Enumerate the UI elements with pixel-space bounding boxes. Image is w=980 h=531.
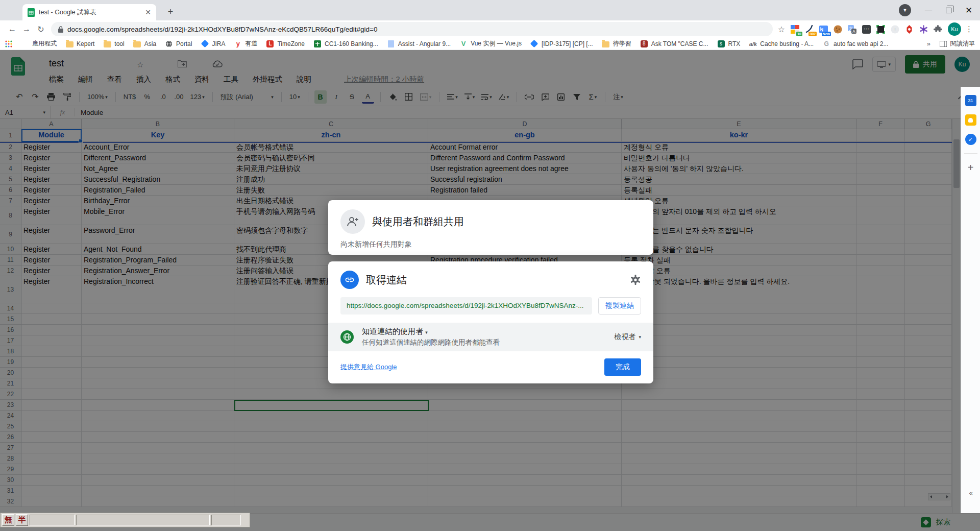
- tab-title: test - Google 試算表: [39, 8, 141, 17]
- lock-icon: [58, 26, 63, 33]
- ak-icon: a/k: [749, 40, 757, 48]
- timezone-icon: L: [266, 40, 274, 48]
- bookmark-item[interactable]: 應用程式: [21, 39, 57, 48]
- public-globe-icon: [340, 330, 354, 344]
- ime-panel: [76, 515, 210, 525]
- folder-icon: [65, 40, 74, 48]
- tasks-icon[interactable]: ✓: [965, 134, 976, 145]
- ext-purple-flower-icon[interactable]: [919, 25, 928, 34]
- bookmark-item[interactable]: tool: [103, 39, 124, 48]
- bookmark-item[interactable]: Gauto fac web api 2...: [822, 39, 888, 48]
- link-settings-gear-icon[interactable]: [630, 274, 641, 285]
- collapse-panel-icon[interactable]: «: [961, 489, 980, 497]
- asktom-icon: 8: [640, 40, 648, 48]
- ext-new-icon[interactable]: New: [819, 25, 828, 34]
- youdao-icon: y: [234, 40, 242, 48]
- add-addon-icon[interactable]: +: [965, 162, 976, 173]
- back-icon[interactable]: ←: [5, 22, 19, 36]
- minimize-button[interactable]: —: [924, 6, 933, 14]
- ime-panel: [211, 515, 241, 525]
- audience-select[interactable]: 知道連結的使用者 ▾: [362, 327, 500, 336]
- bookmark-item[interactable]: sRTX: [717, 39, 741, 48]
- browser-menu-icon[interactable]: ⋮: [965, 25, 973, 34]
- bookmark-item[interactable]: Assist - Angular 9...: [387, 39, 451, 48]
- close-window-button[interactable]: ✕: [965, 5, 973, 16]
- browser-address-bar: ← → ↻ docs.google.com/spreadsheets/d/192…: [0, 20, 980, 38]
- bookmark-item[interactable]: CC1-160 Banking...: [313, 39, 378, 48]
- forward-icon[interactable]: →: [19, 22, 34, 36]
- bookmark-item[interactable]: JIRA: [201, 39, 225, 48]
- ext-302-icon[interactable]: 302: [804, 25, 814, 34]
- bookmark-item[interactable]: 待學習: [602, 39, 631, 48]
- bookmark-item[interactable]: Portal: [165, 39, 192, 48]
- keep-icon[interactable]: [965, 114, 976, 126]
- tab-close-icon[interactable]: ✕: [145, 8, 151, 16]
- done-button[interactable]: 完成: [604, 358, 641, 376]
- jira-icon: [530, 40, 538, 48]
- window-controls: ▼ — ✕: [899, 0, 977, 20]
- sheets-icon: [313, 40, 322, 48]
- g-icon: G: [822, 40, 830, 48]
- bookmarks-overflow-icon[interactable]: »: [927, 40, 930, 47]
- restore-button[interactable]: [946, 8, 951, 13]
- ime-width-button[interactable]: 半: [16, 514, 28, 526]
- dialog-title: 取得連結: [366, 273, 407, 287]
- calendar-icon[interactable]: 31: [965, 95, 976, 106]
- vue-icon: V: [459, 40, 468, 48]
- ime-language-bar: 無 半: [0, 513, 250, 527]
- audience-description: 任何知道這個連結的網際網路使用者都能查看: [362, 338, 500, 347]
- ext-red-icon[interactable]: [904, 25, 914, 34]
- add-person-icon: [340, 209, 365, 234]
- bookmark-item[interactable]: Kepert: [65, 39, 94, 48]
- dialog-empty-state: 尚未新增任何共用對象: [340, 240, 641, 249]
- url-text: docs.google.com/spreadsheets/d/192ji-2k1…: [67, 26, 378, 33]
- tab-search-icon[interactable]: ▼: [899, 4, 911, 16]
- ime-panel: [30, 515, 75, 525]
- reading-list-button[interactable]: 閱讀清單: [939, 39, 975, 48]
- bookmark-item[interactable]: [IDP-3175] [CP] [...: [530, 39, 593, 48]
- sheets-favicon-icon: [28, 8, 35, 17]
- svg-text:!: !: [894, 27, 896, 32]
- apps-grid-icon: [21, 40, 29, 48]
- ext-cookie-icon[interactable]: [833, 25, 843, 34]
- ext-screen-capture-icon[interactable]: [876, 25, 886, 34]
- feedback-link[interactable]: 提供意見給 Google: [340, 363, 397, 372]
- ext-puzzle-icon[interactable]: [933, 25, 943, 34]
- bookmark-item[interactable]: y有道: [234, 39, 257, 48]
- ext-more-tools-icon[interactable]: ⋯: [862, 25, 871, 34]
- share-link-field[interactable]: https://docs.google.com/spreadsheets/d/1…: [340, 297, 592, 315]
- browser-tab[interactable]: test - Google 試算表 ✕: [22, 4, 156, 20]
- ext-translate-icon[interactable]: 文A: [847, 25, 857, 34]
- bookmark-item[interactable]: 8Ask TOM "CASE C...: [640, 39, 708, 48]
- ext-disabled-icon[interactable]: !: [890, 25, 900, 34]
- jira-icon: [201, 40, 209, 48]
- doc-icon: [387, 40, 395, 48]
- rtx-icon: s: [717, 40, 725, 48]
- bookmarks-bar: 應用程式KeperttoolAsiaPortalJIRAy有道LTimeZone…: [0, 38, 980, 50]
- url-field[interactable]: docs.google.com/spreadsheets/d/192ji-2k1…: [51, 22, 773, 36]
- ime-mode-button[interactable]: 無: [2, 514, 14, 526]
- link-icon: [340, 271, 359, 289]
- link-audience-section: 知道連結的使用者 ▾ 任何知道這個連結的網際網路使用者都能查看 檢視者▾: [328, 323, 653, 351]
- dialog-title: 與使用者和群組共用: [372, 215, 464, 229]
- folder-icon: [602, 40, 610, 48]
- apps-grid-icon[interactable]: [5, 40, 12, 47]
- bookmark-star-icon[interactable]: ☆: [778, 25, 785, 34]
- bookmark-item[interactable]: a/kCache busting - A...: [749, 39, 814, 48]
- share-with-people-dialog: 與使用者和群組共用 尚未新增任何共用對象: [328, 200, 653, 255]
- reading-list-icon: [939, 40, 947, 48]
- screen: test - Google 試算表 ✕ + ▼ — ✕ ← → ↻ docs.g…: [0, 0, 980, 531]
- bookmark-item[interactable]: VVue 实例 — Vue.js: [459, 39, 522, 48]
- reload-icon[interactable]: ↻: [34, 22, 48, 36]
- new-tab-button[interactable]: +: [164, 6, 177, 18]
- bookmark-item[interactable]: Asia: [133, 39, 156, 48]
- browser-profile-avatar[interactable]: Ku: [948, 22, 961, 36]
- globe-icon: [165, 40, 173, 48]
- workspace-side-panel: 31 ✓ + «: [961, 87, 980, 513]
- bookmark-item[interactable]: LTimeZone: [266, 39, 305, 48]
- folder-icon: [103, 40, 111, 48]
- role-select[interactable]: 檢視者▾: [614, 332, 641, 342]
- ext-colorful-icon[interactable]: 10: [790, 25, 800, 34]
- copy-link-button[interactable]: 複製連結: [598, 297, 641, 315]
- get-link-dialog: 取得連結 https://docs.google.com/spreadsheet…: [328, 261, 653, 383]
